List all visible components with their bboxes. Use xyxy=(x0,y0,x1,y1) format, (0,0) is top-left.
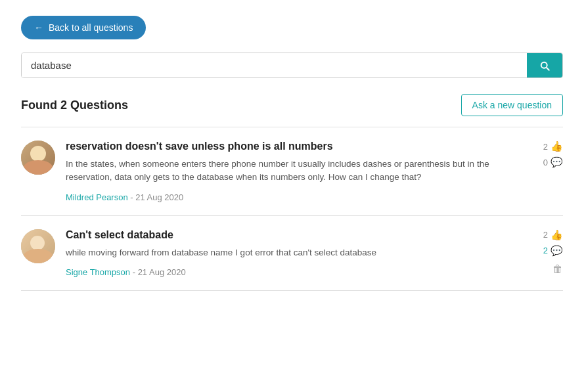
like-icon[interactable]: 👍 xyxy=(550,229,563,241)
comment-icon[interactable]: 💬 xyxy=(550,245,563,257)
back-button-label: Back to all questions xyxy=(49,22,133,33)
question-item: Can't select databade while moving forwa… xyxy=(21,216,563,291)
like-row: 2 👍 xyxy=(543,141,563,152)
comment-row: 2 💬 xyxy=(543,245,563,257)
question-meta: Mildred Pearson - 21 Aug 2020 xyxy=(66,192,526,202)
search-icon xyxy=(539,60,550,72)
avatar xyxy=(21,229,55,263)
question-actions: 2 👍 0 💬 xyxy=(537,141,563,168)
question-author[interactable]: Mildred Pearson xyxy=(66,192,128,202)
question-item: reservation doesn't save unless phone is… xyxy=(21,127,563,216)
question-title: Can't select databade xyxy=(66,229,526,241)
question-date: - 21 Aug 2020 xyxy=(130,192,183,202)
comment-count: 0 xyxy=(543,158,548,167)
question-meta: Signe Thompson - 21 Aug 2020 xyxy=(66,267,526,277)
results-header: Found 2 Questions Ask a new question xyxy=(21,94,563,116)
search-bar xyxy=(21,53,563,78)
question-date: - 21 Aug 2020 xyxy=(133,267,186,277)
arrow-icon: ← xyxy=(34,22,43,33)
search-button[interactable] xyxy=(527,53,562,77)
delete-icon[interactable]: 🗑 xyxy=(552,263,563,275)
search-input[interactable] xyxy=(22,53,527,77)
like-row: 2 👍 xyxy=(543,229,563,241)
comment-row: 0 💬 xyxy=(543,156,563,168)
question-title: reservation doesn't save unless phone is… xyxy=(66,141,526,152)
question-content: Can't select databade while moving forwa… xyxy=(66,229,526,277)
ask-question-button[interactable]: Ask a new question xyxy=(461,94,563,116)
avatar-image xyxy=(21,141,55,175)
like-count: 2 xyxy=(543,230,548,240)
comment-icon[interactable]: 💬 xyxy=(550,156,563,168)
question-author[interactable]: Signe Thompson xyxy=(66,267,130,277)
avatar-image xyxy=(21,229,55,263)
comment-count: 2 xyxy=(543,246,548,255)
question-content: reservation doesn't save unless phone is… xyxy=(66,141,526,202)
like-icon[interactable]: 👍 xyxy=(550,141,563,152)
like-count: 2 xyxy=(543,142,548,152)
back-button[interactable]: ← Back to all questions xyxy=(21,16,146,39)
results-title: Found 2 Questions xyxy=(21,98,128,112)
question-body: while moving forward from database name … xyxy=(66,246,526,259)
question-body: In the states, when someone enters there… xyxy=(66,158,526,185)
avatar xyxy=(21,141,55,175)
question-actions: 2 👍 2 💬 🗑 xyxy=(537,229,563,275)
